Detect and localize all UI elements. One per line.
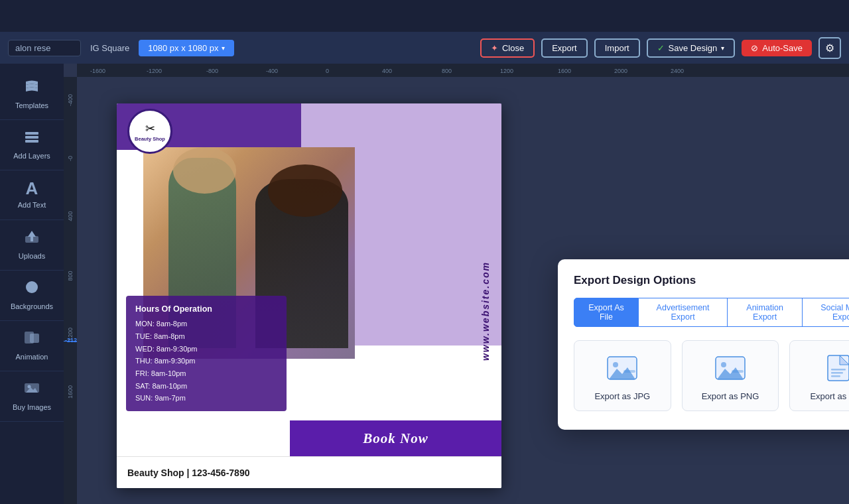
dimensions-button[interactable]: 1080 px x 1080 px ▾	[139, 40, 233, 56]
export-jpg-option[interactable]: Export as JPG	[574, 340, 671, 411]
add-text-icon: A	[26, 180, 38, 197]
sidebar-item-add-layers[interactable]: Add Layers	[0, 120, 64, 170]
format-label: IG Square	[88, 43, 132, 53]
export-label: Export	[552, 43, 577, 53]
save-label: Save Design	[669, 43, 718, 53]
project-title-input[interactable]	[8, 40, 81, 56]
canvas-area[interactable]: -1600 -1200 -800 -400 0 400 800 1200 160…	[64, 64, 849, 504]
svg-point-16	[721, 362, 726, 367]
website-text: www.website.com	[480, 261, 491, 361]
export-button[interactable]: Export	[541, 38, 588, 58]
buy-images-icon	[23, 381, 40, 399]
png-label: Export as PNG	[702, 391, 759, 401]
pdf-label: Export as PDF	[810, 391, 849, 401]
add-text-label: Add Text	[18, 201, 46, 210]
hours-wed: WED: 8am-9:30pm	[135, 343, 277, 355]
close-button[interactable]: ✦ Close	[480, 38, 535, 58]
jpg-icon	[605, 354, 639, 385]
design-footer: Beauty Shop | 123-456-7890	[117, 456, 501, 488]
sidebar-item-animation[interactable]: Animation	[0, 321, 64, 371]
svg-rect-22	[831, 375, 840, 377]
jpg-label: Export as JPG	[594, 391, 650, 401]
close-label: Close	[502, 43, 524, 53]
svg-rect-14	[623, 370, 635, 373]
animation-icon	[23, 330, 40, 349]
autosave-icon: ⊘	[751, 43, 758, 53]
design-hours-box: Hours Of Operation MON: 8am-8pm TUE: 8am…	[126, 296, 287, 411]
footer-text: Beauty Shop | 123-456-7890	[127, 468, 249, 478]
sidebar-item-add-text[interactable]: A Add Text	[0, 170, 64, 220]
hours-fri: FRI: 8am-10pm	[135, 367, 277, 380]
hours-mon: MON: 8am-8pm	[135, 318, 277, 330]
design-book-now: Book Now	[290, 420, 501, 456]
sidebar-item-templates[interactable]: Templates	[0, 70, 64, 120]
scissors-icon: ✂	[145, 121, 155, 136]
export-dialog-title: Export Design Options	[574, 274, 849, 287]
export-tab-file[interactable]: Export As File	[574, 298, 639, 327]
svg-rect-18	[732, 370, 744, 373]
save-chevron-icon: ▾	[721, 44, 724, 52]
svg-rect-7	[30, 334, 39, 343]
hours-title: Hours Of Operation	[135, 302, 277, 316]
export-tab-animation[interactable]: Animation Export	[728, 298, 803, 327]
hours-sat: SAT: 8am-10pm	[135, 380, 277, 393]
toolbar: IG Square 1080 px x 1080 px ▾ ✦ Close Ex…	[0, 32, 849, 64]
svg-rect-0	[25, 132, 38, 135]
backgrounds-icon	[23, 280, 40, 298]
save-button[interactable]: ✓ Save Design ▾	[647, 38, 736, 58]
svg-point-5	[26, 281, 38, 293]
export-tab-advertisement[interactable]: Advertisement Export	[639, 298, 728, 327]
export-pdf-option[interactable]: Export as PDF	[789, 340, 849, 411]
gear-icon: ⚙	[825, 42, 834, 54]
import-label: Import	[605, 43, 629, 53]
hours-sun: SUN: 9am-7pm	[135, 392, 277, 405]
export-options: Export as JPG Export as PNG	[574, 340, 849, 411]
add-layers-icon	[24, 129, 40, 148]
design-logo: ✂ Beauty Shop	[127, 109, 172, 154]
svg-rect-21	[831, 372, 843, 374]
horizontal-ruler: -1600 -1200 -800 -400 0 400 800 1200 160…	[77, 64, 849, 77]
templates-label: Templates	[15, 101, 48, 110]
buy-images-label: Buy Images	[13, 403, 51, 412]
svg-rect-20	[831, 369, 846, 371]
design-canvas[interactable]: ✂ Beauty Shop Hours Of Operation MON: 8a…	[117, 103, 501, 488]
logo-text: Beauty Shop	[135, 136, 165, 142]
autosave-label: Auto-Save	[762, 43, 803, 53]
settings-button[interactable]: ⚙	[818, 37, 841, 59]
export-tab-social[interactable]: Social Media Export	[803, 298, 849, 327]
autosave-button[interactable]: ⊘ Auto-Save	[742, 40, 812, 56]
sidebar-item-buy-images[interactable]: Buy Images	[0, 371, 64, 422]
pdf-icon	[821, 354, 849, 385]
dimensions-label: 1080 px x 1080 px	[148, 43, 218, 53]
svg-point-12	[613, 362, 618, 367]
checkmark-icon: ✓	[657, 43, 665, 53]
add-layers-label: Add Layers	[13, 152, 50, 160]
uploads-label: Uploads	[19, 252, 45, 261]
head-left	[173, 147, 237, 194]
sidebar: Templates Add Layers A Add Text Uploads	[0, 64, 64, 504]
chevron-down-icon: ▾	[222, 44, 225, 52]
ruler-position-label: -212	[65, 337, 77, 344]
templates-icon	[24, 80, 40, 97]
head-right	[268, 164, 342, 218]
export-dialog: Export Design Options Export As File Adv…	[558, 259, 849, 430]
uploads-icon	[23, 229, 40, 248]
book-now-text: Book Now	[363, 430, 428, 447]
hours-tue: TUE: 8am-8pm	[135, 330, 277, 343]
close-icon: ✦	[491, 43, 498, 53]
export-png-option[interactable]: Export as PNG	[682, 340, 779, 411]
backgrounds-label: Backgrounds	[11, 302, 53, 311]
svg-rect-2	[25, 140, 38, 143]
hours-thu: THU: 8am-9:30pm	[135, 355, 277, 367]
sidebar-item-backgrounds[interactable]: Backgrounds	[0, 271, 64, 321]
png-icon	[713, 354, 748, 385]
import-button[interactable]: Import	[594, 38, 640, 58]
top-nav	[0, 0, 849, 32]
export-tabs: Export As File Advertisement Export Anim…	[574, 298, 849, 327]
svg-rect-1	[25, 136, 38, 139]
animation-label: Animation	[16, 353, 48, 361]
vertical-ruler: -400 -0 400 800 1200 1600	[64, 77, 77, 504]
sidebar-item-uploads[interactable]: Uploads	[0, 220, 64, 271]
